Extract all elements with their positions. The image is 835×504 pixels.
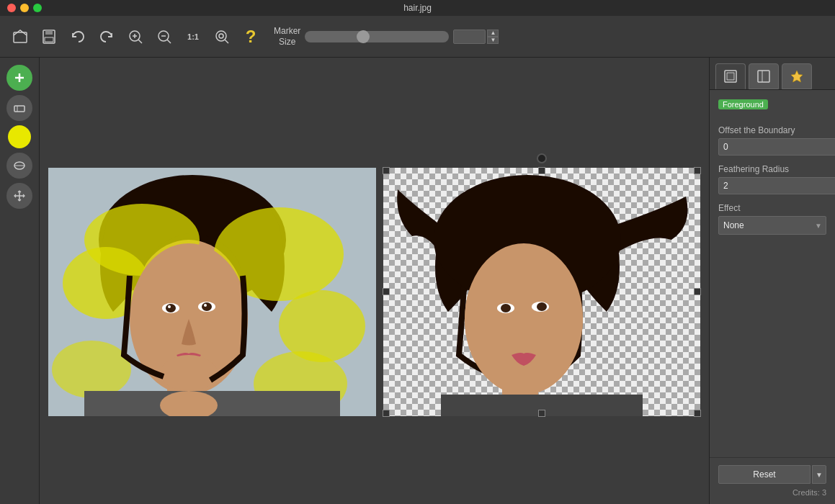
left-toolbar <box>0 58 40 504</box>
right-panel: Foreground Offset the Boundary 0 ▲ ▼ Fea… <box>709 58 835 504</box>
effect-label: Effect <box>718 203 826 213</box>
reset-row: Reset ▼ <box>718 465 826 484</box>
svg-point-34 <box>166 304 176 312</box>
svg-point-56 <box>537 302 547 311</box>
feathering-radius-input[interactable]: 2 <box>718 177 835 194</box>
tab-layers[interactable] <box>715 63 746 89</box>
redo-button[interactable] <box>94 24 120 50</box>
main-layout: Foreground Offset the Boundary 0 ▲ ▼ Fea… <box>0 58 835 504</box>
svg-rect-60 <box>758 71 769 82</box>
feathering-radius-label: Feathering Radius <box>718 164 826 174</box>
save-button[interactable] <box>36 24 62 50</box>
zoom-fit-button[interactable] <box>209 24 235 50</box>
marker-size-value[interactable]: 40 <box>453 30 486 44</box>
side-handle-top[interactable] <box>538 167 545 174</box>
svg-rect-16 <box>14 106 24 112</box>
svg-point-29 <box>279 290 365 362</box>
corner-handle-bl[interactable] <box>383 410 390 417</box>
toolbar: 1:1 ? MarkerSize 40 ▲ ▼ <box>0 16 835 58</box>
zoom-out-button[interactable] <box>151 24 177 50</box>
corner-handle-tl[interactable] <box>383 167 390 174</box>
reset-arrow-button[interactable]: ▼ <box>812 465 826 484</box>
undo-button[interactable] <box>65 24 91 50</box>
canvas-area[interactable] <box>40 58 709 504</box>
offset-boundary-label: Offset the Boundary <box>718 125 826 135</box>
side-handle-bottom[interactable] <box>538 410 545 417</box>
add-foreground-button[interactable] <box>6 65 32 91</box>
svg-point-12 <box>219 34 223 38</box>
svg-point-52 <box>465 243 583 395</box>
window-controls <box>7 4 42 12</box>
title-bar: hair.jpg <box>0 0 835 16</box>
brush-erase-button[interactable] <box>6 153 32 179</box>
reset-button[interactable]: Reset <box>718 465 811 484</box>
marker-size-spinners: ▲ ▼ <box>487 30 499 44</box>
svg-line-13 <box>225 40 228 43</box>
svg-rect-3 <box>45 37 53 42</box>
svg-point-31 <box>52 341 131 398</box>
color-button[interactable] <box>8 125 31 148</box>
tab-favorites[interactable] <box>782 63 812 89</box>
svg-marker-62 <box>791 71 803 82</box>
help-button[interactable]: ? <box>238 24 264 50</box>
tab-properties[interactable] <box>749 63 779 89</box>
marker-size-down[interactable]: ▼ <box>487 37 499 44</box>
erase-button[interactable] <box>6 95 32 121</box>
svg-point-35 <box>168 305 171 308</box>
left-image[interactable] <box>48 168 376 416</box>
svg-point-11 <box>216 31 226 41</box>
svg-point-37 <box>202 302 212 311</box>
marker-size-up[interactable]: ▲ <box>487 30 499 37</box>
zoom-reset-button[interactable]: 1:1 <box>180 24 206 50</box>
offset-boundary-input[interactable]: 0 <box>718 138 835 156</box>
effect-select[interactable]: NoneBlurSharpen <box>718 216 826 235</box>
window-title: hair.jpg <box>403 3 432 13</box>
move-button[interactable] <box>6 183 32 209</box>
right-panel-content: Foreground Offset the Boundary 0 ▲ ▼ Fea… <box>710 90 835 457</box>
credits-text: Credits: 3 <box>718 488 826 497</box>
side-handle-right[interactable] <box>694 288 701 295</box>
feathering-radius-field: 2 ▲ ▼ <box>718 177 826 194</box>
top-center-handle[interactable] <box>537 153 547 163</box>
svg-rect-2 <box>45 30 53 35</box>
marker-size-container: MarkerSize 40 ▲ ▼ <box>274 26 499 47</box>
side-handle-left[interactable] <box>383 288 390 295</box>
svg-point-39 <box>160 355 218 391</box>
marker-size-slider[interactable] <box>305 31 449 42</box>
svg-rect-59 <box>727 73 734 80</box>
marker-size-label: MarkerSize <box>274 26 300 47</box>
right-image[interactable] <box>383 168 700 416</box>
maximize-button[interactable] <box>33 4 42 12</box>
offset-boundary-field: 0 ▲ ▼ <box>718 138 826 156</box>
open-button[interactable] <box>7 24 33 50</box>
minimize-button[interactable] <box>20 4 29 12</box>
corner-handle-br[interactable] <box>694 410 701 417</box>
effect-select-wrapper: NoneBlurSharpen ▼ <box>718 216 826 235</box>
foreground-badge: Foreground <box>718 99 768 109</box>
right-tabs <box>710 58 835 90</box>
right-image-panel <box>383 168 700 416</box>
right-bottom: Reset ▼ Credits: 3 <box>710 457 835 504</box>
left-image-panel <box>48 168 376 416</box>
corner-handle-tr[interactable] <box>694 167 701 174</box>
zoom-in-button[interactable] <box>122 24 148 50</box>
svg-point-38 <box>204 304 207 307</box>
svg-line-7 <box>138 40 142 43</box>
svg-point-54 <box>501 304 511 312</box>
close-button[interactable] <box>7 4 16 12</box>
svg-line-10 <box>167 40 171 43</box>
